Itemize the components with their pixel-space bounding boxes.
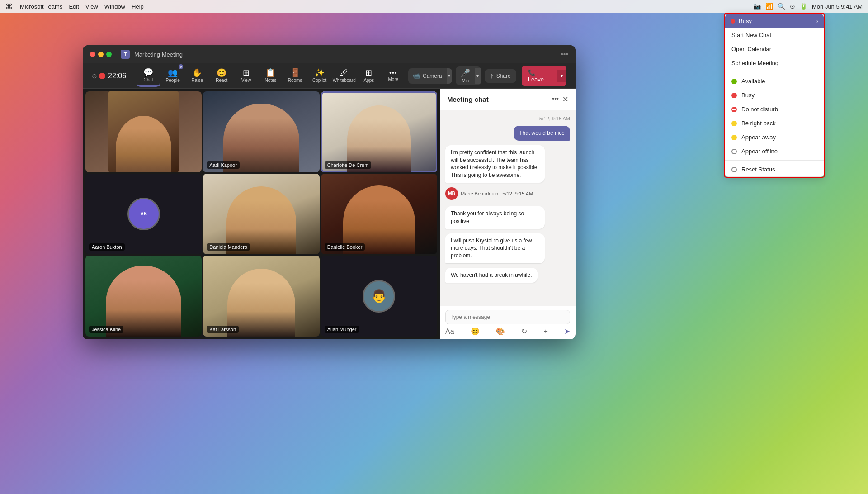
mic-dropdown-arrow[interactable]: ▾ xyxy=(475,68,481,84)
video-cell-danielle[interactable]: Danielle Booker xyxy=(321,174,437,255)
attach-icon[interactable]: + xyxy=(543,328,547,336)
participant-name-aadi: Aadi Kapoor xyxy=(207,162,240,169)
schedule-meeting-item[interactable]: Schedule Meeting xyxy=(725,56,824,70)
status-dropdown-header[interactable]: Busy › xyxy=(725,14,824,28)
mic-button[interactable]: 🎤 Mic ▾ xyxy=(456,66,481,85)
people-icon: 👥 xyxy=(168,69,178,77)
loop-icon[interactable]: ↻ xyxy=(521,327,527,336)
start-new-chat-item[interactable]: Start New Chat xyxy=(725,28,824,42)
close-button[interactable] xyxy=(90,52,95,57)
participant-name-kat: Kat Larsson xyxy=(207,326,239,333)
video-cell-jessica[interactable]: Jessica Kline xyxy=(85,256,202,337)
people-toolbar-btn[interactable]: 👥 9 People xyxy=(161,65,184,87)
mac-menubar: ⌘ Microsoft Teams Edit View Window Help … xyxy=(0,0,868,13)
away-label: Appear away xyxy=(741,134,776,141)
format-text-icon[interactable]: Aa xyxy=(445,328,454,336)
traffic-lights xyxy=(90,52,112,57)
open-calendar-item[interactable]: Open Calendar xyxy=(725,42,824,56)
video-cell-charlotte[interactable]: Charlotte De Crum xyxy=(321,91,437,172)
emoji-icon[interactable]: 😊 xyxy=(471,327,480,336)
copilot-toolbar-btn[interactable]: ✨ Copilot xyxy=(308,65,331,87)
brb-label: Be right back xyxy=(741,120,776,127)
more-toolbar-btn[interactable]: ••• More xyxy=(382,65,405,87)
dnd-label: Do not disturb xyxy=(741,106,778,113)
participant-name-jessica: Jessica Kline xyxy=(89,326,123,333)
status-away-item[interactable]: Appear away xyxy=(725,130,824,144)
chat-more-options-icon[interactable]: ••• xyxy=(552,95,559,104)
react-icon: 😊 xyxy=(217,69,226,77)
status-offline-item[interactable]: Appear offline xyxy=(725,144,824,158)
share-icon: ↑ xyxy=(490,72,494,80)
search-menu-icon[interactable]: 🔍 xyxy=(778,3,785,10)
menu-view[interactable]: View xyxy=(85,3,98,10)
raise-toolbar-btn[interactable]: ✋ Raise xyxy=(186,65,208,87)
chat-input-toolbar: Aa 😊 🎨 ↻ + ➤ xyxy=(445,327,570,336)
video-cell-person1[interactable] xyxy=(85,91,202,172)
menu-edit[interactable]: Edit xyxy=(69,3,79,10)
video-cell-aadi-kapoor[interactable]: Aadi Kapoor xyxy=(203,91,319,172)
video-cell-allan[interactable]: 👨 Allan Munger xyxy=(321,256,437,337)
rooms-icon: 🚪 xyxy=(290,69,300,77)
meeting-chat-panel: Meeting chat ••• ✕ 5/12, 9:15 AM That wo… xyxy=(440,89,576,339)
menu-window[interactable]: Window xyxy=(104,3,125,10)
leave-btn-main[interactable]: 📞 Leave xyxy=(522,66,557,86)
whiteboard-toolbar-btn[interactable]: 🖊 Whiteboard xyxy=(333,65,356,87)
rooms-toolbar-btn[interactable]: 🚪 Rooms xyxy=(284,65,307,87)
chat-toolbar-btn[interactable]: 💬 Chat xyxy=(137,65,160,87)
status-busy-item[interactable]: Busy xyxy=(725,88,824,102)
mic-btn-main[interactable]: 🎤 Mic xyxy=(456,66,475,85)
leave-button[interactable]: 📞 Leave ▾ xyxy=(522,66,566,86)
apple-logo-icon[interactable]: ⌘ xyxy=(5,2,13,11)
view-icon: ⊞ xyxy=(243,69,250,77)
chat-header-actions: ••• ✕ xyxy=(552,95,568,104)
apps-toolbar-btn[interactable]: ⊞ Apps xyxy=(358,65,380,87)
video-cell-kat[interactable]: Kat Larsson xyxy=(203,256,319,337)
sender-name-date: Marie Beaudouin 5/12, 9:15 AM xyxy=(461,191,533,196)
control-center-icon[interactable]: ⊙ xyxy=(790,3,795,10)
copilot-icon: ✨ xyxy=(315,69,325,77)
participant-name-charlotte: Charlotte De Crum xyxy=(325,162,372,169)
battery-icon: 🔋 xyxy=(800,3,807,10)
chat-message-input[interactable] xyxy=(445,310,570,324)
camera-menu-icon: 📷 xyxy=(753,3,761,10)
window-titlebar: T Marketing Meeting ••• xyxy=(83,45,576,63)
rooms-btn-label: Rooms xyxy=(288,78,302,83)
video-cell-aaron[interactable]: AB Aaron Buxton xyxy=(85,174,202,255)
leave-dropdown-arrow[interactable]: ▾ xyxy=(557,70,566,82)
window-more-icon[interactable]: ••• xyxy=(561,50,568,58)
notes-btn-label: Notes xyxy=(264,78,276,83)
camera-button[interactable]: 📹 Camera ▾ xyxy=(408,68,452,84)
chat-date-1: 5/12, 9:15 AM xyxy=(445,116,570,121)
dropdown-divider-1 xyxy=(725,72,824,72)
status-dnd-item[interactable]: Do not disturb xyxy=(725,102,824,116)
chat-message-2: I'm pretty confident that this launch wi… xyxy=(445,145,545,183)
send-icon[interactable]: ➤ xyxy=(564,327,570,336)
status-dropdown[interactable]: Busy › Start New Chat Open Calendar Sche… xyxy=(725,14,824,177)
more-btn-label: More xyxy=(388,77,399,82)
notes-toolbar-btn[interactable]: 📋 Notes xyxy=(259,65,282,87)
sticker-icon[interactable]: 🎨 xyxy=(496,327,505,336)
whiteboard-btn-label: Whiteboard xyxy=(333,78,356,83)
menu-help[interactable]: Help xyxy=(132,3,144,10)
current-status-label: Busy xyxy=(739,18,752,24)
camera-btn-main[interactable]: 📹 Camera xyxy=(408,70,447,82)
maximize-button[interactable] xyxy=(106,52,112,57)
status-brb-item[interactable]: Be right back xyxy=(725,116,824,130)
people-btn-label: People xyxy=(166,78,180,83)
whiteboard-icon: 🖊 xyxy=(340,69,348,77)
react-toolbar-btn[interactable]: 😊 React xyxy=(210,65,233,87)
chat-close-icon[interactable]: ✕ xyxy=(562,95,568,104)
camera-dropdown-arrow[interactable]: ▾ xyxy=(447,68,453,84)
video-cell-daniela[interactable]: Daniela Mandera xyxy=(203,174,319,255)
status-available-item[interactable]: Available xyxy=(725,74,824,88)
minimize-button[interactable] xyxy=(98,52,104,57)
status-arrow-icon[interactable]: › xyxy=(816,18,818,24)
share-button[interactable]: ↑ Share xyxy=(485,69,516,83)
apps-icon: ⊞ xyxy=(365,69,372,77)
status-dropdown-highlight: Busy › Start New Chat Open Calendar Sche… xyxy=(724,13,825,178)
chat-messages-area: 5/12, 9:15 AM That would be nice I'm pre… xyxy=(440,110,576,306)
meeting-timer: ⊙ 22:06 xyxy=(92,72,126,80)
view-toolbar-btn[interactable]: ⊞ View xyxy=(235,65,257,87)
reset-status-item[interactable]: Reset Status xyxy=(725,162,824,176)
chat-input-area: Aa 😊 🎨 ↻ + ➤ xyxy=(440,306,576,339)
